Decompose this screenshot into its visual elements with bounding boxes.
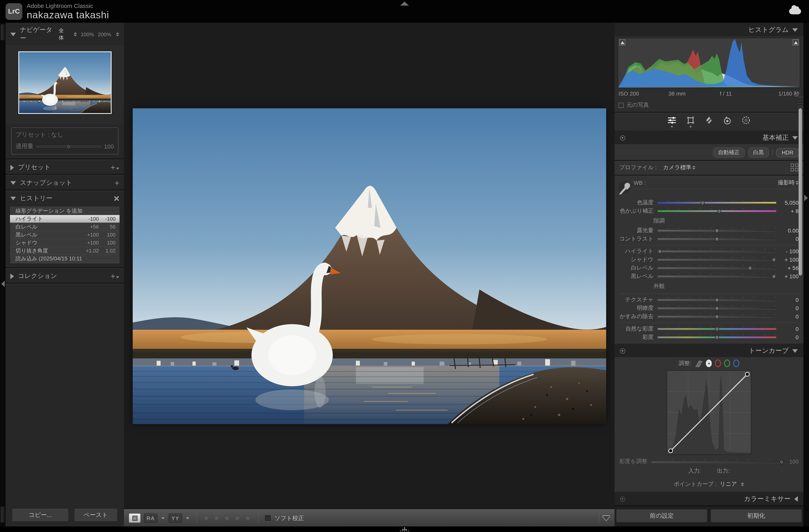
- highlight-clipping-icon[interactable]: [793, 39, 799, 46]
- slider-track[interactable]: [657, 305, 776, 311]
- slider-track[interactable]: [657, 265, 776, 270]
- zoom-updown-icon[interactable]: [73, 32, 77, 36]
- slider-row[interactable]: かすみの除去 0: [619, 312, 799, 321]
- profile-browser-icon[interactable]: [791, 164, 799, 172]
- zoom-100[interactable]: 100%: [81, 31, 94, 37]
- slider-track[interactable]: [657, 248, 776, 254]
- blue-channel-icon[interactable]: [733, 359, 739, 367]
- zoom-fit[interactable]: 全体: [58, 27, 69, 41]
- slider-row[interactable]: シャドウ + 100: [619, 255, 799, 264]
- shadow-clipping-icon[interactable]: [619, 39, 625, 46]
- slider-row[interactable]: 色温度 5,050: [619, 198, 799, 207]
- slider-track[interactable]: [657, 273, 776, 279]
- right-panel-scrollbar[interactable]: [799, 108, 802, 276]
- slider-row[interactable]: 彩度 0: [619, 333, 799, 341]
- add-collection-icon[interactable]: +: [111, 274, 119, 279]
- color-mixer-header[interactable]: カラーミキサー: [615, 492, 804, 505]
- tone-curve-header[interactable]: トーンカーブ: [615, 344, 804, 357]
- tone-curve-chart[interactable]: [667, 370, 751, 455]
- masking-tool[interactable]: [742, 116, 751, 128]
- bw-button[interactable]: 白黒: [748, 147, 769, 158]
- slider-row[interactable]: 明瞭度 0: [619, 304, 799, 312]
- collections-header[interactable]: コレクション +: [5, 269, 124, 283]
- toolbar-options-dropdown-icon[interactable]: [603, 516, 610, 520]
- slider-row[interactable]: 露光量 0.00: [619, 226, 799, 234]
- reference-view-caret-icon[interactable]: [161, 517, 165, 519]
- edit-sliders-tool[interactable]: [668, 116, 676, 127]
- loupe-view-button[interactable]: [129, 513, 141, 523]
- clear-history-icon[interactable]: [114, 196, 119, 201]
- red-channel-icon[interactable]: [715, 359, 721, 367]
- panel-switch-icon[interactable]: [620, 135, 625, 140]
- original-photo-checkbox[interactable]: [619, 103, 624, 108]
- slider-track[interactable]: [657, 297, 776, 302]
- history-header[interactable]: ヒストリー: [5, 191, 124, 205]
- before-after-caret-icon[interactable]: [186, 517, 189, 519]
- copy-button[interactable]: コピー...: [12, 509, 68, 522]
- slider-track[interactable]: [657, 334, 776, 340]
- history-row[interactable]: ハイライト -100 -100: [10, 215, 120, 223]
- add-preset-icon[interactable]: +: [111, 165, 119, 170]
- wb-select[interactable]: 撮影時: [778, 179, 799, 187]
- slider-track[interactable]: [657, 326, 776, 332]
- slider-track[interactable]: [657, 256, 776, 262]
- point-curve-channel-icon[interactable]: [706, 359, 712, 367]
- green-channel-icon[interactable]: [724, 359, 730, 367]
- point-curve-select[interactable]: ポイントカーブ : リニア: [615, 477, 804, 490]
- star-rating[interactable]: ★ ★ ★ ★ ★: [203, 514, 252, 522]
- history-row[interactable]: 読み込み (2025/04/15 10:11:25): [10, 255, 120, 263]
- slider-track[interactable]: [657, 236, 776, 242]
- slider-track[interactable]: [657, 228, 776, 233]
- slider-row[interactable]: 自然な彩度 0: [619, 322, 799, 333]
- redeye-tool[interactable]: [723, 116, 731, 128]
- slider-row[interactable]: 白レベル + 56: [619, 264, 799, 272]
- before-after-view-button[interactable]: YY: [169, 513, 182, 523]
- collapse-right-arrow-icon[interactable]: [804, 195, 808, 201]
- snapshots-header[interactable]: スナップショット +: [5, 176, 124, 190]
- panel-switch-icon[interactable]: [620, 496, 625, 501]
- slider-track[interactable]: [657, 208, 776, 214]
- slider-track[interactable]: [657, 314, 776, 319]
- reference-view-button[interactable]: RA: [144, 513, 157, 523]
- histogram-header[interactable]: ヒストグラム: [615, 23, 804, 36]
- navigator-header[interactable]: ナビゲーター 全体 100% 200%: [5, 23, 124, 45]
- history-row[interactable]: 白レベル +56 56: [10, 223, 120, 231]
- history-row[interactable]: 線形グラデーション を追加: [10, 207, 120, 215]
- slider-row[interactable]: テクスチャ 0: [619, 294, 799, 304]
- healing-tool[interactable]: [705, 116, 713, 127]
- zoom-200[interactable]: 200%: [98, 31, 111, 37]
- soft-proof-checkbox[interactable]: [265, 515, 271, 521]
- history-row[interactable]: 切り抜き角度 +1.02 1.02: [10, 247, 120, 255]
- slider-thumb[interactable]: [66, 144, 71, 149]
- show-filmstrip-arrow-icon[interactable]: [399, 527, 410, 531]
- crop-tool[interactable]: [687, 116, 695, 127]
- slider-row[interactable]: 色かぶり補正 + 8: [619, 207, 799, 215]
- panel-switch-icon[interactable]: [620, 348, 625, 353]
- slider-row[interactable]: 黒レベル + 100: [619, 272, 799, 280]
- auto-button[interactable]: 自動補正: [713, 147, 745, 158]
- histogram-chart[interactable]: [618, 38, 800, 88]
- presets-header[interactable]: プリセット +: [5, 160, 124, 174]
- slider-track[interactable]: [657, 200, 776, 205]
- collapse-left-arrow-icon[interactable]: [1, 281, 5, 287]
- amount-slider[interactable]: [37, 145, 101, 147]
- parametric-curve-icon[interactable]: [695, 360, 703, 367]
- history-row[interactable]: シャドウ +100 100: [10, 239, 120, 247]
- reset-button[interactable]: 初期化: [710, 509, 802, 522]
- hdr-button[interactable]: HDR: [776, 148, 799, 157]
- main-photo[interactable]: [133, 108, 606, 424]
- basic-panel-header[interactable]: 基本補正: [615, 130, 804, 144]
- slider-row[interactable]: コントラスト 0: [619, 234, 799, 243]
- add-snapshot-icon[interactable]: +: [115, 181, 119, 185]
- slider-row[interactable]: ハイライト - 100: [619, 245, 799, 255]
- zoom-more-icon[interactable]: [116, 32, 119, 36]
- navigator-preview[interactable]: [5, 45, 124, 124]
- paste-button[interactable]: ペースト: [74, 509, 118, 522]
- cloud-sync-icon[interactable]: [789, 8, 801, 14]
- refine-saturation-slider[interactable]: [651, 459, 786, 464]
- collapse-top-arrow-icon[interactable]: [400, 2, 409, 5]
- previous-settings-button[interactable]: 前の設定: [616, 509, 707, 522]
- wb-eyedropper-icon[interactable]: [618, 178, 631, 196]
- history-row[interactable]: 黒レベル +100 100: [10, 231, 120, 239]
- navigator-thumbnail[interactable]: [18, 51, 111, 114]
